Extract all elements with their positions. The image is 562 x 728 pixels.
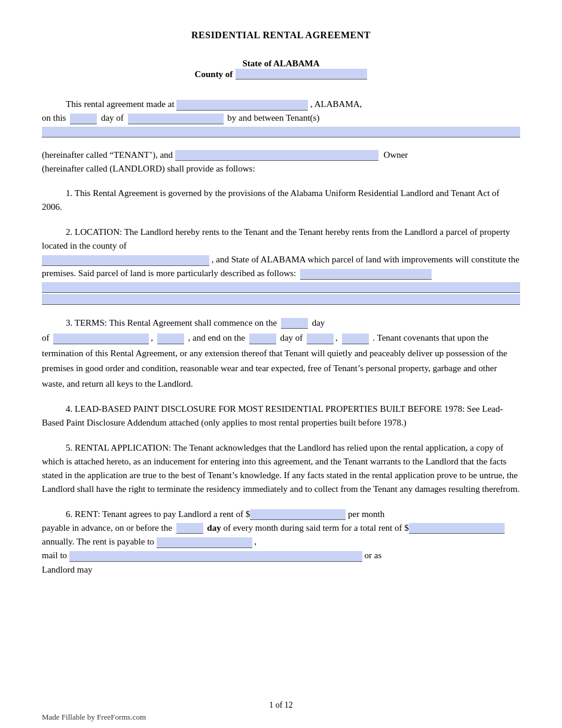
tenant-name-input[interactable] [42,127,520,137]
start-day-input[interactable] [281,318,308,329]
property-desc-input-3[interactable] [42,294,520,305]
page-footer: 1 of 12 [0,701,562,710]
title-text: RESIDENTIAL RENTAL AGREEMENT [191,30,371,40]
document-title: RESIDENTIAL RENTAL AGREEMENT [42,30,520,41]
day-input[interactable] [70,114,97,124]
total-rent-input[interactable] [409,523,505,534]
intro-text: This rental agreement made at [66,99,175,109]
state-header: State of ALABAMA County of [42,59,520,79]
intro-paragraph: This rental agreement made at , ALABAMA,… [42,97,520,137]
owner-name-input[interactable] [175,150,378,161]
paragraph-5: 5. RENTAL APPLICATION: The Tenant acknow… [42,441,520,497]
paragraph-6: 6. RENT: Tenant agrees to pay Landlord a… [42,507,520,577]
paragraph-1: 1. This Rental Agreement is governed by … [42,186,520,215]
end-month-input[interactable] [307,334,334,344]
on-this-text: on this [42,113,66,123]
county-location-input[interactable] [42,255,209,266]
made-by: Made Fillable by FreeForms.com [42,712,146,722]
property-desc-input-2[interactable] [42,282,520,293]
paragraph-2: 2. LOCATION: The Landlord hereby rents t… [42,225,520,305]
tenant-owner-paragraph: (hereinafter called “TENANT’), and Owner… [42,148,520,176]
payable-to-input[interactable] [157,537,252,548]
start-month-input[interactable] [53,334,149,344]
document-page: RESIDENTIAL RENTAL AGREEMENT State of AL… [0,0,562,728]
location-input[interactable] [176,100,308,111]
property-desc-input-1[interactable] [300,269,432,280]
end-year-input[interactable] [342,334,369,344]
paragraph-3: 3. TERMS: This Rental Agreement shall co… [42,316,520,392]
state-line: State of ALABAMA [42,59,520,69]
start-year-input[interactable] [157,334,184,344]
county-line: County of [42,69,520,79]
end-day-input[interactable] [249,334,276,344]
mail-to-input[interactable] [69,551,362,562]
rent-amount-input[interactable] [250,509,346,520]
paragraph-4: 4. LEAD-BASED PAINT DISCLOSURE FOR MOST … [42,402,520,430]
month-input[interactable] [128,114,224,124]
county-input[interactable] [236,69,367,79]
due-day-input[interactable] [176,523,203,534]
